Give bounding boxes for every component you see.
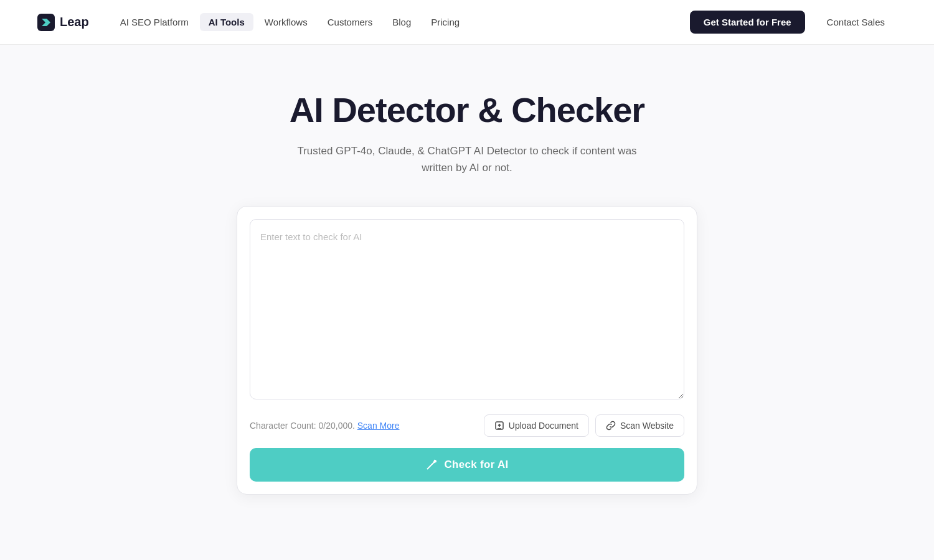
char-count: Character Count: 0/20,000. Scan More bbox=[250, 421, 399, 431]
nav-item-blog[interactable]: Blog bbox=[384, 13, 420, 31]
toolbar-row: Character Count: 0/20,000. Scan More Upl… bbox=[250, 412, 684, 439]
textarea-wrapper bbox=[250, 219, 684, 402]
nav-item-customers[interactable]: Customers bbox=[319, 13, 382, 31]
nav-item-workflows[interactable]: Workflows bbox=[256, 13, 316, 31]
ai-check-textarea[interactable] bbox=[250, 219, 684, 399]
upload-icon bbox=[494, 421, 504, 431]
nav-right: Get Started for Free Contact Sales bbox=[690, 10, 897, 34]
nav-item-ai-tools[interactable]: AI Tools bbox=[200, 13, 253, 31]
logo-icon bbox=[37, 14, 55, 31]
svg-point-2 bbox=[435, 460, 436, 462]
hero-title: AI Detector & Checker bbox=[290, 90, 644, 130]
scan-more-link[interactable]: Scan More bbox=[357, 421, 400, 431]
link-icon bbox=[606, 421, 616, 431]
nav-links: AI SEO Platform AI Tools Workflows Custo… bbox=[111, 13, 468, 31]
bottom-section: The Trusted AI Detector & AI Checker for… bbox=[0, 525, 934, 560]
nav-left: Leap AI SEO Platform AI Tools Workflows … bbox=[37, 13, 468, 31]
hero-section: AI Detector & Checker Trusted GPT-4o, Cl… bbox=[0, 45, 934, 525]
toolbar-buttons: Upload Document Scan Website bbox=[484, 414, 684, 437]
check-ai-button[interactable]: Check for AI bbox=[250, 448, 684, 482]
upload-document-button[interactable]: Upload Document bbox=[484, 414, 589, 437]
tool-card: Character Count: 0/20,000. Scan More Upl… bbox=[237, 206, 697, 495]
hero-subtitle: Trusted GPT-4o, Claude, & ChatGPT AI Det… bbox=[293, 142, 641, 176]
contact-sales-button[interactable]: Contact Sales bbox=[815, 10, 897, 34]
logo[interactable]: Leap bbox=[37, 14, 89, 31]
logo-text: Leap bbox=[60, 15, 89, 29]
navbar: Leap AI SEO Platform AI Tools Workflows … bbox=[0, 0, 934, 45]
nav-item-ai-seo-platform[interactable]: AI SEO Platform bbox=[111, 13, 197, 31]
wand-icon bbox=[425, 459, 438, 471]
get-started-button[interactable]: Get Started for Free bbox=[690, 11, 805, 34]
nav-item-pricing[interactable]: Pricing bbox=[422, 13, 468, 31]
scan-website-button[interactable]: Scan Website bbox=[595, 414, 684, 437]
